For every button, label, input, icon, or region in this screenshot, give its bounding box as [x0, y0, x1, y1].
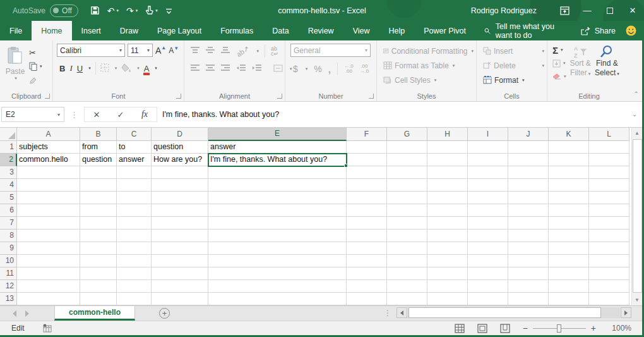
row-header-2[interactable]: 2 — [0, 154, 17, 166]
cell-I4[interactable] — [468, 179, 508, 192]
cell-F12[interactable] — [347, 280, 387, 293]
cell-E8[interactable] — [208, 230, 347, 242]
column-header-J[interactable]: J — [508, 128, 549, 141]
cell-K11[interactable] — [549, 267, 589, 280]
cell-B3[interactable] — [80, 166, 117, 179]
increase-decimal-button[interactable]: ←.0.00 — [344, 64, 354, 74]
copy-caret-icon[interactable]: ▾ — [40, 64, 42, 69]
increase-indent-button[interactable] — [252, 64, 262, 73]
column-header-D[interactable]: D — [152, 128, 208, 141]
font-color-button[interactable]: A — [144, 64, 150, 73]
autosave-pill[interactable]: Off — [50, 4, 78, 17]
column-header-B[interactable]: B — [80, 128, 117, 141]
ribbon-display-options-button[interactable] — [553, 0, 576, 21]
expand-formula-bar-icon[interactable]: ⌄ — [625, 111, 644, 118]
cell-B2[interactable]: question — [80, 154, 117, 166]
cell-B10[interactable] — [80, 255, 117, 267]
delete-cells-button[interactable]: Delete▾ — [483, 58, 544, 73]
cell-I8[interactable] — [468, 230, 508, 242]
cell-D4[interactable] — [152, 179, 208, 192]
bottom-align-button[interactable] — [221, 47, 230, 56]
cell-L12[interactable] — [589, 280, 629, 293]
bold-button[interactable]: B — [59, 64, 65, 73]
increase-font-size-button[interactable]: A▲ — [155, 46, 166, 56]
cell-H5[interactable] — [427, 192, 468, 204]
cell-A11[interactable] — [17, 267, 80, 280]
cell-I10[interactable] — [468, 255, 508, 267]
cell-F8[interactable] — [347, 230, 387, 242]
number-dialog-launcher[interactable] — [369, 94, 374, 99]
cell-E11[interactable] — [208, 267, 347, 280]
cell-K3[interactable] — [549, 166, 589, 179]
horizontal-scrollbar[interactable] — [397, 307, 631, 319]
cell-C1[interactable]: to — [117, 141, 152, 154]
cell-G13[interactable] — [387, 293, 427, 305]
decrease-indent-button[interactable] — [236, 64, 246, 73]
autosum-button[interactable]: Σ▾ — [552, 45, 566, 55]
cell-I5[interactable] — [468, 192, 508, 204]
cell-I9[interactable] — [468, 242, 508, 255]
cell-B1[interactable]: from — [80, 141, 117, 154]
tab-page-layout[interactable]: Page Layout — [148, 21, 211, 40]
cell-C6[interactable] — [117, 204, 152, 217]
italic-button[interactable]: I — [69, 63, 72, 73]
cell-L2[interactable] — [589, 154, 629, 166]
cell-C11[interactable] — [117, 267, 152, 280]
cell-E6[interactable] — [208, 204, 347, 217]
underline-caret-icon[interactable]: ▾ — [88, 66, 91, 71]
tab-formulas[interactable]: Formulas — [211, 21, 263, 40]
copy-button[interactable]: ▾ — [29, 61, 42, 71]
cell-G4[interactable] — [387, 179, 427, 192]
tab-review[interactable]: Review — [299, 21, 343, 40]
formula-bar-splitter[interactable]: ⋮ — [70, 110, 78, 119]
cell-L4[interactable] — [589, 179, 629, 192]
cell-G7[interactable] — [387, 217, 427, 230]
clipboard-dialog-launcher[interactable] — [45, 94, 50, 99]
column-header-C[interactable]: C — [117, 128, 152, 141]
cell-J8[interactable] — [508, 230, 549, 242]
cell-E12[interactable] — [208, 280, 347, 293]
find-select-button[interactable]: Find & Select▾ — [595, 44, 619, 82]
cell-C8[interactable] — [117, 230, 152, 242]
previous-sheet-icon[interactable] — [13, 310, 16, 317]
cell-G6[interactable] — [387, 204, 427, 217]
undo-caret-icon[interactable]: ▾ — [117, 8, 119, 13]
align-center-button[interactable] — [206, 64, 215, 73]
column-header-I[interactable]: I — [468, 128, 508, 141]
cell-D13[interactable] — [152, 293, 208, 305]
formula-input[interactable]: I'm fine, thanks. What about you? — [157, 110, 625, 119]
cell-F9[interactable] — [347, 242, 387, 255]
cell-B8[interactable] — [80, 230, 117, 242]
redo-caret-icon[interactable]: ▾ — [136, 8, 138, 13]
cell-A5[interactable] — [17, 192, 80, 204]
cell-H4[interactable] — [427, 179, 468, 192]
percent-format-button[interactable]: % — [314, 64, 321, 74]
column-header-G[interactable]: G — [387, 128, 427, 141]
cell-D5[interactable] — [152, 192, 208, 204]
name-box-caret-icon[interactable]: ▾ — [57, 112, 60, 118]
cell-G12[interactable] — [387, 280, 427, 293]
cell-J11[interactable] — [508, 267, 549, 280]
cell-C12[interactable] — [117, 280, 152, 293]
cancel-button[interactable]: ✕ — [85, 110, 109, 119]
collapse-ribbon-button[interactable]: ⌃ — [634, 90, 639, 97]
cell-A13[interactable] — [17, 293, 80, 305]
fill-button[interactable]: ▾ — [552, 58, 566, 68]
cell-D10[interactable] — [152, 255, 208, 267]
row-header-8[interactable]: 8 — [0, 230, 17, 242]
font-name-combo[interactable]: Calibri▾ — [57, 44, 125, 57]
cell-B6[interactable] — [80, 204, 117, 217]
cell-K12[interactable] — [549, 280, 589, 293]
scroll-down-icon[interactable]: ▼ — [632, 295, 642, 305]
cell-G10[interactable] — [387, 255, 427, 267]
share-button[interactable]: Share — [573, 21, 623, 40]
cell-C4[interactable] — [117, 179, 152, 192]
currency-format-button[interactable]: $ — [293, 64, 298, 74]
cell-C9[interactable] — [117, 242, 152, 255]
cell-H7[interactable] — [427, 217, 468, 230]
merge-center-button[interactable] — [273, 64, 283, 74]
cell-C10[interactable] — [117, 255, 152, 267]
cell-F10[interactable] — [347, 255, 387, 267]
cell-J9[interactable] — [508, 242, 549, 255]
cell-L11[interactable] — [589, 267, 629, 280]
